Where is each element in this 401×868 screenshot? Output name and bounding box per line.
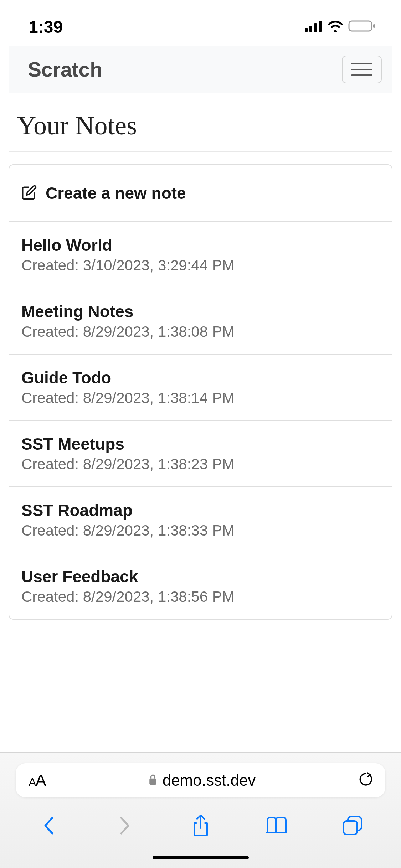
note-title: Guide Todo [21,368,380,387]
status-bar: 1:39 [0,0,401,46]
url-bar[interactable]: AA demo.sst.dev [16,763,385,797]
url-display: demo.sst.dev [148,771,256,789]
notes-list: Create a new note Hello World Created: 3… [9,164,392,620]
svg-rect-6 [149,779,156,785]
hamburger-icon [351,74,372,76]
battery-icon [348,20,376,34]
note-item[interactable]: Hello World Created: 3/10/2023, 3:29:44 … [9,222,392,288]
navbar: Scratch [9,46,392,93]
svg-rect-5 [373,24,375,28]
svg-rect-0 [305,28,308,32]
menu-toggle-button[interactable] [342,56,382,83]
note-item[interactable]: SST Meetups Created: 8/29/2023, 1:38:23 … [9,421,392,487]
svg-rect-4 [349,21,372,31]
back-button[interactable] [36,813,61,838]
page-title: Your Notes [17,110,384,141]
status-time: 1:39 [29,17,63,37]
note-created: Created: 8/29/2023, 1:38:08 PM [21,323,380,340]
forward-button[interactable] [112,813,137,838]
cellular-icon [305,20,323,33]
brand-title[interactable]: Scratch [28,58,102,81]
status-icons [305,20,376,34]
note-title: Hello World [21,236,380,255]
note-created: Created: 8/29/2023, 1:38:23 PM [21,456,380,473]
reader-font-button[interactable]: AA [29,771,46,790]
hamburger-icon [351,63,372,64]
page-header: Your Notes [9,93,392,152]
note-created: Created: 8/29/2023, 1:38:14 PM [21,389,380,407]
note-item[interactable]: SST Roadmap Created: 8/29/2023, 1:38:33 … [9,487,392,553]
reload-button[interactable] [358,771,372,789]
share-button[interactable] [188,813,213,838]
note-item[interactable]: User Feedback Created: 8/29/2023, 1:38:5… [9,553,392,619]
svg-rect-3 [319,21,322,32]
note-created: Created: 3/10/2023, 3:29:44 PM [21,257,380,274]
note-created: Created: 8/29/2023, 1:38:33 PM [21,522,380,539]
svg-rect-9 [344,821,357,835]
note-title: SST Meetups [21,434,380,454]
wifi-icon [327,20,344,33]
note-title: SST Roadmap [21,501,380,520]
svg-rect-2 [314,23,317,32]
create-note-button[interactable]: Create a new note [9,165,392,222]
browser-chrome: AA demo.sst.dev [0,752,401,868]
note-title: Meeting Notes [21,302,380,321]
edit-icon [21,185,37,202]
note-title: User Feedback [21,567,380,586]
note-item[interactable]: Meeting Notes Created: 8/29/2023, 1:38:0… [9,288,392,355]
browser-toolbar [0,797,401,856]
note-item[interactable]: Guide Todo Created: 8/29/2023, 1:38:14 P… [9,355,392,421]
svg-rect-1 [309,26,312,32]
tabs-button[interactable] [340,813,365,838]
lock-icon [148,774,158,787]
bookmarks-button[interactable] [264,813,289,838]
note-created: Created: 8/29/2023, 1:38:56 PM [21,588,380,605]
create-note-label: Create a new note [46,184,186,203]
hamburger-icon [351,69,372,70]
home-indicator[interactable] [153,856,249,859]
url-text: demo.sst.dev [163,771,256,789]
